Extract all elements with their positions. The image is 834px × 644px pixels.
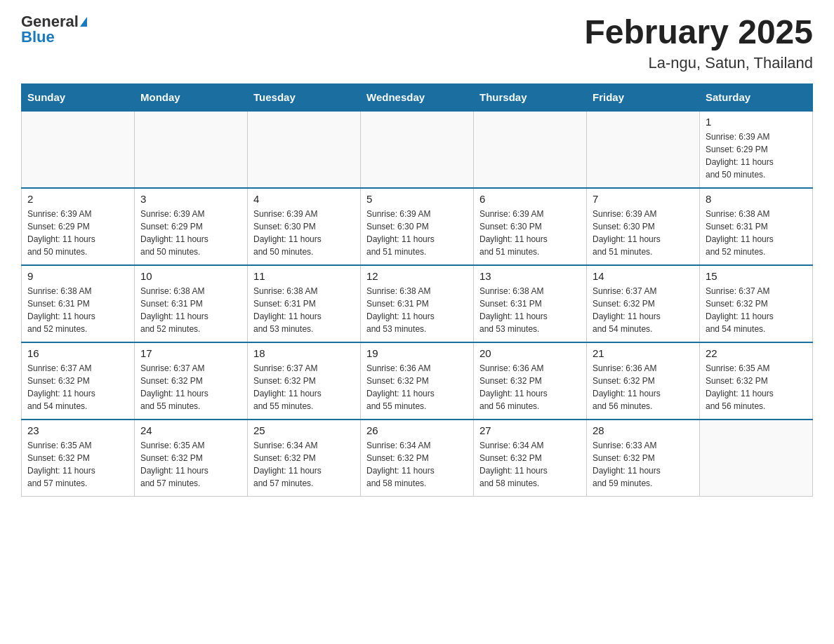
calendar-cell: 1Sunrise: 6:39 AM Sunset: 6:29 PM Daylig…: [700, 111, 813, 188]
calendar-cell: 19Sunrise: 6:36 AM Sunset: 6:32 PM Dayli…: [361, 342, 474, 420]
weekday-row: SundayMondayTuesdayWednesdayThursdayFrid…: [22, 83, 813, 111]
calendar-cell: 17Sunrise: 6:37 AM Sunset: 6:32 PM Dayli…: [135, 342, 248, 420]
day-number: 4: [253, 193, 355, 205]
day-number: 25: [253, 424, 355, 436]
calendar-week-3: 9Sunrise: 6:38 AM Sunset: 6:31 PM Daylig…: [22, 265, 813, 342]
logo: General Blue: [21, 14, 87, 45]
day-info: Sunrise: 6:38 AM Sunset: 6:31 PM Dayligh…: [140, 285, 241, 335]
calendar-week-4: 16Sunrise: 6:37 AM Sunset: 6:32 PM Dayli…: [22, 342, 813, 420]
weekday-header-friday: Friday: [587, 83, 700, 111]
logo-triangle-icon: [80, 17, 87, 27]
logo-general-text: General: [21, 14, 79, 29]
day-info: Sunrise: 6:39 AM Sunset: 6:29 PM Dayligh…: [140, 208, 241, 258]
calendar-cell: 24Sunrise: 6:35 AM Sunset: 6:32 PM Dayli…: [135, 420, 248, 497]
day-number: 12: [366, 270, 468, 282]
calendar-cell: 28Sunrise: 6:33 AM Sunset: 6:32 PM Dayli…: [587, 420, 700, 497]
calendar-cell: 8Sunrise: 6:38 AM Sunset: 6:31 PM Daylig…: [700, 188, 813, 265]
day-info: Sunrise: 6:35 AM Sunset: 6:32 PM Dayligh…: [27, 439, 128, 490]
day-number: 14: [593, 270, 694, 282]
calendar-cell: 12Sunrise: 6:38 AM Sunset: 6:31 PM Dayli…: [361, 265, 474, 342]
calendar-cell: 7Sunrise: 6:39 AM Sunset: 6:30 PM Daylig…: [587, 188, 700, 265]
day-info: Sunrise: 6:37 AM Sunset: 6:32 PM Dayligh…: [140, 362, 241, 412]
day-number: 16: [27, 347, 128, 359]
day-number: 19: [366, 347, 468, 359]
calendar-body: 1Sunrise: 6:39 AM Sunset: 6:29 PM Daylig…: [22, 111, 813, 497]
calendar-cell: [135, 111, 248, 188]
day-info: Sunrise: 6:33 AM Sunset: 6:32 PM Dayligh…: [593, 439, 694, 490]
weekday-header-tuesday: Tuesday: [248, 83, 361, 111]
day-number: 18: [253, 347, 355, 359]
calendar-cell: 13Sunrise: 6:38 AM Sunset: 6:31 PM Dayli…: [474, 265, 587, 342]
day-number: 5: [366, 193, 468, 205]
day-info: Sunrise: 6:36 AM Sunset: 6:32 PM Dayligh…: [479, 362, 581, 412]
day-info: Sunrise: 6:35 AM Sunset: 6:32 PM Dayligh…: [140, 439, 241, 490]
day-number: 2: [27, 193, 128, 205]
day-info: Sunrise: 6:38 AM Sunset: 6:31 PM Dayligh…: [27, 285, 128, 335]
calendar-cell: 16Sunrise: 6:37 AM Sunset: 6:32 PM Dayli…: [22, 342, 135, 420]
day-info: Sunrise: 6:34 AM Sunset: 6:32 PM Dayligh…: [366, 439, 468, 490]
calendar-cell: [22, 111, 135, 188]
calendar-cell: [361, 111, 474, 188]
day-info: Sunrise: 6:39 AM Sunset: 6:29 PM Dayligh…: [706, 130, 807, 181]
calendar-cell: 27Sunrise: 6:34 AM Sunset: 6:32 PM Dayli…: [474, 420, 587, 497]
calendar-cell: 25Sunrise: 6:34 AM Sunset: 6:32 PM Dayli…: [248, 420, 361, 497]
calendar-cell: 10Sunrise: 6:38 AM Sunset: 6:31 PM Dayli…: [135, 265, 248, 342]
day-number: 10: [140, 270, 241, 282]
weekday-header-sunday: Sunday: [22, 83, 135, 111]
day-number: 6: [479, 193, 581, 205]
day-number: 28: [593, 424, 694, 436]
day-number: 1: [706, 116, 807, 128]
calendar-cell: 23Sunrise: 6:35 AM Sunset: 6:32 PM Dayli…: [22, 420, 135, 497]
day-number: 3: [140, 193, 241, 205]
day-info: Sunrise: 6:37 AM Sunset: 6:32 PM Dayligh…: [593, 285, 694, 335]
calendar-cell: 6Sunrise: 6:39 AM Sunset: 6:30 PM Daylig…: [474, 188, 587, 265]
day-info: Sunrise: 6:39 AM Sunset: 6:29 PM Dayligh…: [27, 208, 128, 258]
day-info: Sunrise: 6:35 AM Sunset: 6:32 PM Dayligh…: [706, 362, 807, 412]
location-title: La-ngu, Satun, Thailand: [584, 54, 813, 72]
calendar-week-2: 2Sunrise: 6:39 AM Sunset: 6:29 PM Daylig…: [22, 188, 813, 265]
calendar-cell: 20Sunrise: 6:36 AM Sunset: 6:32 PM Dayli…: [474, 342, 587, 420]
day-info: Sunrise: 6:38 AM Sunset: 6:31 PM Dayligh…: [479, 285, 581, 335]
day-info: Sunrise: 6:39 AM Sunset: 6:30 PM Dayligh…: [479, 208, 581, 258]
month-title: February 2025: [584, 14, 813, 51]
day-number: 8: [706, 193, 807, 205]
day-info: Sunrise: 6:38 AM Sunset: 6:31 PM Dayligh…: [253, 285, 355, 335]
day-number: 21: [593, 347, 694, 359]
weekday-header-saturday: Saturday: [700, 83, 813, 111]
calendar-cell: 11Sunrise: 6:38 AM Sunset: 6:31 PM Dayli…: [248, 265, 361, 342]
day-info: Sunrise: 6:36 AM Sunset: 6:32 PM Dayligh…: [593, 362, 694, 412]
calendar-cell: 9Sunrise: 6:38 AM Sunset: 6:31 PM Daylig…: [22, 265, 135, 342]
calendar-cell: 4Sunrise: 6:39 AM Sunset: 6:30 PM Daylig…: [248, 188, 361, 265]
calendar-cell: 21Sunrise: 6:36 AM Sunset: 6:32 PM Dayli…: [587, 342, 700, 420]
day-number: 22: [706, 347, 807, 359]
calendar-cell: 2Sunrise: 6:39 AM Sunset: 6:29 PM Daylig…: [22, 188, 135, 265]
day-info: Sunrise: 6:38 AM Sunset: 6:31 PM Dayligh…: [706, 208, 807, 258]
calendar-cell: 3Sunrise: 6:39 AM Sunset: 6:29 PM Daylig…: [135, 188, 248, 265]
day-number: 20: [479, 347, 581, 359]
weekday-header-wednesday: Wednesday: [361, 83, 474, 111]
day-number: 9: [27, 270, 128, 282]
day-info: Sunrise: 6:36 AM Sunset: 6:32 PM Dayligh…: [366, 362, 468, 412]
calendar-header: SundayMondayTuesdayWednesdayThursdayFrid…: [22, 83, 813, 111]
page-header: General Blue February 2025 La-ngu, Satun…: [21, 14, 813, 72]
day-info: Sunrise: 6:38 AM Sunset: 6:31 PM Dayligh…: [366, 285, 468, 335]
logo-blue-text: Blue: [21, 29, 55, 45]
day-number: 23: [27, 424, 128, 436]
calendar-cell: 5Sunrise: 6:39 AM Sunset: 6:30 PM Daylig…: [361, 188, 474, 265]
weekday-header-monday: Monday: [135, 83, 248, 111]
day-number: 7: [593, 193, 694, 205]
day-number: 17: [140, 347, 241, 359]
day-info: Sunrise: 6:37 AM Sunset: 6:32 PM Dayligh…: [253, 362, 355, 412]
calendar-cell: [474, 111, 587, 188]
calendar-table: SundayMondayTuesdayWednesdayThursdayFrid…: [21, 83, 813, 497]
day-info: Sunrise: 6:34 AM Sunset: 6:32 PM Dayligh…: [479, 439, 581, 490]
day-number: 24: [140, 424, 241, 436]
calendar-week-1: 1Sunrise: 6:39 AM Sunset: 6:29 PM Daylig…: [22, 111, 813, 188]
day-info: Sunrise: 6:37 AM Sunset: 6:32 PM Dayligh…: [27, 362, 128, 412]
calendar-cell: 14Sunrise: 6:37 AM Sunset: 6:32 PM Dayli…: [587, 265, 700, 342]
day-number: 13: [479, 270, 581, 282]
calendar-cell: 22Sunrise: 6:35 AM Sunset: 6:32 PM Dayli…: [700, 342, 813, 420]
calendar-cell: 26Sunrise: 6:34 AM Sunset: 6:32 PM Dayli…: [361, 420, 474, 497]
calendar-cell: 18Sunrise: 6:37 AM Sunset: 6:32 PM Dayli…: [248, 342, 361, 420]
day-info: Sunrise: 6:37 AM Sunset: 6:32 PM Dayligh…: [706, 285, 807, 335]
